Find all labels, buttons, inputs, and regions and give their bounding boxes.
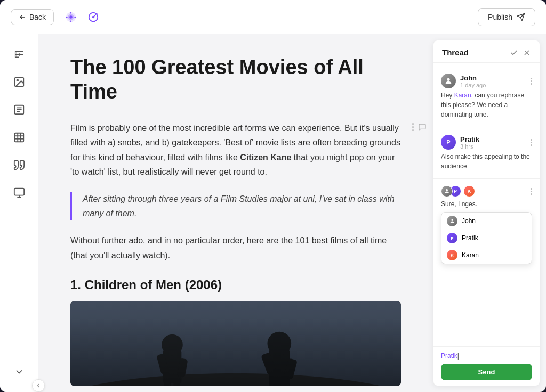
article-title: The 100 Greatest Movies of All Time: [70, 55, 401, 104]
content-wrapper: The 100 Greatest Movies of All Time: [38, 34, 546, 392]
svg-rect-24: [14, 189, 23, 195]
thread-title: Thread: [442, 48, 469, 57]
thread-header: Thread: [433, 40, 540, 63]
message-user-info-john: John 1 day ago: [441, 74, 486, 88]
message-name-john: John: [460, 74, 486, 82]
topbar: Back: [0, 0, 546, 34]
sidebar-item-list[interactable]: [7, 98, 31, 121]
thread-footer: Pratik| Send: [433, 346, 540, 386]
paragraph-comment-icon[interactable]: [418, 123, 427, 134]
svg-point-8: [92, 15, 95, 18]
thread-messages: John 1 day ago Hey Karan, can you rephra…: [433, 63, 540, 346]
reply-more[interactable]: [531, 188, 532, 195]
close-icon: [523, 48, 531, 57]
thread-close-button[interactable]: [523, 48, 531, 57]
suggestion-name-pratik: Pratik: [462, 234, 478, 242]
message-body-john: Hey Karan, can you rephrase this please?…: [441, 91, 532, 119]
suggestion-item-pratik[interactable]: P Pratik: [441, 230, 532, 247]
mention-karan: Karan: [454, 92, 471, 99]
sidebar-item-quote[interactable]: [7, 153, 31, 177]
target-icon-2[interactable]: [85, 9, 102, 26]
thread-message-john: John 1 day ago Hey Karan, can you rephra…: [433, 69, 540, 124]
movie-image-overlay: [70, 301, 401, 386]
publish-button[interactable]: Publish: [478, 8, 535, 26]
svg-point-45: [451, 219, 453, 221]
suggestion-item-john[interactable]: John: [441, 213, 532, 230]
blockquote: After sitting through three years of a F…: [70, 192, 401, 220]
svg-rect-11: [14, 51, 17, 58]
text-icon: T: [13, 48, 25, 60]
user-icon: [449, 218, 455, 224]
message-name-pratik: Pratik: [460, 135, 479, 143]
message-user-info-pratik: P Pratik 3 hrs: [441, 135, 479, 150]
suggestion-avatar-karan: K: [447, 250, 457, 260]
quote-icon: [13, 159, 25, 171]
arrow-left-icon: [19, 13, 26, 21]
list-icon: [13, 104, 25, 116]
message-body-pratik: Also make this appealing to the audience: [441, 152, 532, 171]
reply-avatar-stack-2: K: [463, 185, 472, 197]
avatar-john: [441, 74, 456, 88]
send-icon: [517, 13, 525, 21]
back-label: Back: [29, 13, 46, 21]
sidebar-item-embed[interactable]: [7, 181, 31, 205]
mention-suggestion-dropdown: John P Pratik K Karan: [441, 212, 532, 264]
thread-input-row: Pratik|: [441, 352, 532, 360]
message-time-pratik: 3 hrs: [460, 143, 479, 150]
pratik-typing-indicator: Pratik|: [441, 352, 532, 360]
embed-icon: [13, 187, 25, 199]
transition-paragraph: Without further ado, and in no particula…: [70, 233, 401, 262]
message-more-john[interactable]: [531, 78, 532, 85]
sidebar: T: [0, 34, 38, 392]
user-icon-john: [444, 77, 453, 85]
collapse-icon: [35, 382, 42, 389]
user-icon-john-small: [444, 188, 450, 194]
svg-point-44: [446, 189, 448, 191]
editor-area[interactable]: The 100 Greatest Movies of All Time: [38, 34, 433, 392]
typing-mention: Pratik: [441, 352, 457, 360]
table-icon: [13, 132, 25, 143]
chevron-down-icon: [14, 366, 25, 377]
target-icon-1[interactable]: [62, 9, 79, 26]
back-button[interactable]: Back: [11, 9, 54, 25]
image-icon: [13, 76, 25, 88]
main-layout: T: [0, 34, 546, 392]
sidebar-chevron-down[interactable]: [7, 360, 31, 383]
reply-avatar-karan: K: [463, 185, 475, 197]
message-time-john: 1 day ago: [460, 82, 486, 88]
section-heading: 1. Children of Men (2006): [70, 277, 401, 292]
message-more-pratik[interactable]: [531, 139, 532, 146]
suggestion-name-karan: Karan: [462, 251, 479, 259]
thread-header-actions: [510, 48, 531, 57]
suggestion-avatar-pratik: P: [447, 233, 457, 243]
message-header-john: John 1 day ago: [441, 74, 532, 88]
sidebar-collapse-button[interactable]: [32, 379, 45, 392]
thread-divider-2: [433, 178, 540, 179]
reply-group: P K Sure, I nges.: [433, 182, 540, 212]
reply-group-header: P K: [441, 185, 532, 197]
paragraph-more-icon[interactable]: [412, 123, 414, 131]
suggestion-avatar-john: [447, 216, 457, 226]
target-svg: [65, 11, 77, 23]
suggestion-item-karan[interactable]: K Karan: [441, 247, 532, 264]
target-outline-svg: [87, 11, 99, 23]
suggestion-name-john: John: [462, 217, 476, 225]
sidebar-item-image[interactable]: [7, 70, 31, 94]
svg-text:T: T: [18, 52, 21, 57]
svg-point-14: [17, 79, 18, 81]
intro-paragraph-wrapper: Film is probably one of the most incredi…: [70, 121, 401, 179]
reply-group-body: Sure, I nges.: [441, 199, 532, 209]
check-icon: [510, 48, 518, 57]
topbar-right: Publish: [478, 8, 535, 26]
svg-point-43: [447, 78, 449, 81]
thread-check-button[interactable]: [510, 48, 518, 57]
topbar-left: Back: [11, 9, 102, 26]
message-header-pratik: P Pratik 3 hrs: [441, 135, 532, 150]
intro-paragraph: Film is probably one of the most incredi…: [70, 121, 401, 179]
avatar-pratik: P: [441, 135, 456, 150]
thread-message-pratik: P Pratik 3 hrs Also make this appealing …: [433, 130, 540, 175]
svg-rect-19: [14, 133, 23, 142]
sidebar-item-table[interactable]: [7, 126, 31, 149]
send-button[interactable]: Send: [441, 364, 532, 380]
sidebar-item-text[interactable]: T: [7, 43, 31, 66]
